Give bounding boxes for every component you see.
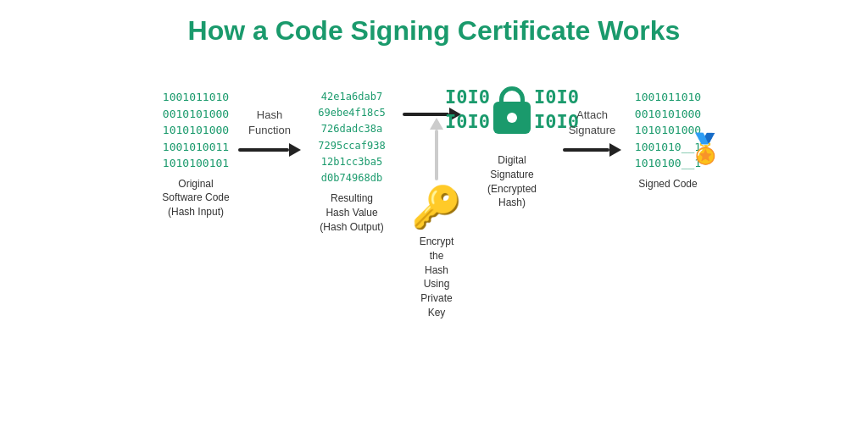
lock-icon-wrap [493,86,531,134]
encrypt-label: Encrypt theHash UsingPrivate Key [411,235,462,320]
key-icon: 🔑 [411,184,462,231]
lock-body [493,102,531,134]
lock-binary-left: I0I0I0I0 [445,86,490,134]
arrow-head-1 [289,143,301,157]
signed-code-node: 1001011010001010100010101010001001010__1… [621,89,715,191]
key-section: 🔑 Encrypt theHash UsingPrivate Key [411,184,462,320]
certificate-badge-icon: 🏅 [687,131,723,165]
hash-value-text: 42e1a6dab769ebe4f18c5726dadc38a7295ccaf9… [318,89,385,186]
original-code-binary: 1001011010001010100010101010001001010011… [163,89,229,172]
attach-sig-arrow [563,143,621,157]
page-title: How a Code Signing Certificate Works [188,15,681,47]
signed-code-label: Signed Code [638,177,697,191]
vert-arrow-container: 🔑 Encrypt theHash UsingPrivate Key [411,118,462,320]
hash-function-label: HashFunction [248,108,291,138]
lock-graphic-wrap: I0I0I0I0 I0I0I0I0 [461,72,563,148]
digital-signature-label: DigitalSignature(EncryptedHash) [487,153,537,210]
lock-shackle [499,86,525,102]
original-code-node: 1001011010001010100010101010001001010011… [153,89,238,219]
arrow-line-1 [238,148,289,152]
arrow-line-3 [563,148,609,152]
digital-signature-node: I0I0I0I0 I0I0I0I0 DigitalSignature(Encry… [461,72,563,210]
vert-arrow-line [435,130,438,180]
hash-function-arrow-wrap: HashFunction [238,108,301,157]
arrow-head-3 [609,143,621,157]
diagram: 1001011010001010100010101010001001010011… [0,64,868,235]
attach-sig-arrow-wrap: AttachSignature [563,108,621,157]
hash-value-label: ResultingHash Value(Hash Output) [320,191,383,234]
arrow-line-2 [403,113,449,116]
attach-sig-label: AttachSignature [569,108,616,138]
vert-arrow-head [430,118,443,130]
hash-value-node: 42e1a6dab769ebe4f18c5726dadc38a7295ccaf9… [301,89,403,235]
original-code-label: OriginalSoftware Code(Hash Input) [162,177,229,219]
lock-keyhole [507,113,517,123]
hash-function-arrow [238,143,301,157]
